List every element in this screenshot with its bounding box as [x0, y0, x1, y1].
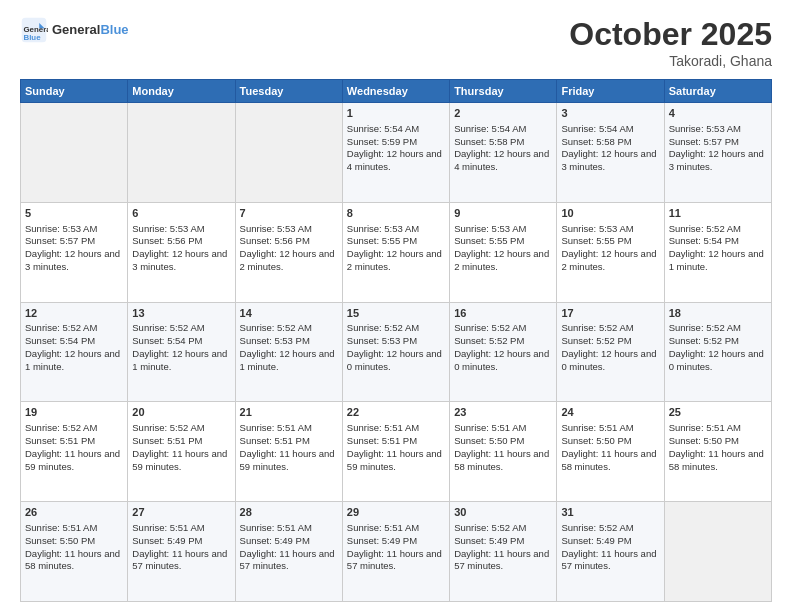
daylight-text: Daylight: 12 hours and 0 minutes. — [669, 348, 767, 374]
calendar-cell: 15Sunrise: 5:52 AMSunset: 5:53 PMDayligh… — [342, 302, 449, 402]
calendar-cell: 20Sunrise: 5:52 AMSunset: 5:51 PMDayligh… — [128, 402, 235, 502]
calendar-cell: 18Sunrise: 5:52 AMSunset: 5:52 PMDayligh… — [664, 302, 771, 402]
sunset-text: Sunset: 5:50 PM — [25, 535, 123, 548]
sunrise-text: Sunrise: 5:54 AM — [347, 123, 445, 136]
sunset-text: Sunset: 5:53 PM — [240, 335, 338, 348]
daylight-text: Daylight: 12 hours and 3 minutes. — [561, 148, 659, 174]
sunset-text: Sunset: 5:57 PM — [669, 136, 767, 149]
calendar-cell: 14Sunrise: 5:52 AMSunset: 5:53 PMDayligh… — [235, 302, 342, 402]
daylight-text: Daylight: 12 hours and 3 minutes. — [25, 248, 123, 274]
daylight-text: Daylight: 11 hours and 57 minutes. — [240, 548, 338, 574]
day-number: 30 — [454, 505, 552, 520]
calendar-week-row: 26Sunrise: 5:51 AMSunset: 5:50 PMDayligh… — [21, 502, 772, 602]
calendar-cell: 2Sunrise: 5:54 AMSunset: 5:58 PMDaylight… — [450, 103, 557, 203]
calendar-cell: 3Sunrise: 5:54 AMSunset: 5:58 PMDaylight… — [557, 103, 664, 203]
daylight-text: Daylight: 11 hours and 59 minutes. — [347, 448, 445, 474]
sunrise-text: Sunrise: 5:51 AM — [132, 522, 230, 535]
sunrise-text: Sunrise: 5:51 AM — [25, 522, 123, 535]
sunset-text: Sunset: 5:51 PM — [25, 435, 123, 448]
day-number: 10 — [561, 206, 659, 221]
weekday-header: Sunday — [21, 80, 128, 103]
month-title: October 2025 — [569, 16, 772, 53]
sunrise-text: Sunrise: 5:52 AM — [25, 322, 123, 335]
day-number: 27 — [132, 505, 230, 520]
sunrise-text: Sunrise: 5:51 AM — [240, 522, 338, 535]
sunset-text: Sunset: 5:50 PM — [669, 435, 767, 448]
calendar-cell — [128, 103, 235, 203]
day-number: 6 — [132, 206, 230, 221]
sunrise-text: Sunrise: 5:51 AM — [454, 422, 552, 435]
sunrise-text: Sunrise: 5:53 AM — [669, 123, 767, 136]
calendar-cell: 1Sunrise: 5:54 AMSunset: 5:59 PMDaylight… — [342, 103, 449, 203]
calendar-cell — [235, 103, 342, 203]
calendar-week-row: 1Sunrise: 5:54 AMSunset: 5:59 PMDaylight… — [21, 103, 772, 203]
day-number: 26 — [25, 505, 123, 520]
daylight-text: Daylight: 11 hours and 57 minutes. — [561, 548, 659, 574]
calendar-cell: 31Sunrise: 5:52 AMSunset: 5:49 PMDayligh… — [557, 502, 664, 602]
daylight-text: Daylight: 12 hours and 1 minute. — [132, 348, 230, 374]
sunrise-text: Sunrise: 5:51 AM — [669, 422, 767, 435]
calendar-cell: 8Sunrise: 5:53 AMSunset: 5:55 PMDaylight… — [342, 202, 449, 302]
day-number: 1 — [347, 106, 445, 121]
daylight-text: Daylight: 12 hours and 4 minutes. — [347, 148, 445, 174]
sunrise-text: Sunrise: 5:52 AM — [561, 522, 659, 535]
day-number: 7 — [240, 206, 338, 221]
calendar-cell: 28Sunrise: 5:51 AMSunset: 5:49 PMDayligh… — [235, 502, 342, 602]
day-number: 18 — [669, 306, 767, 321]
sunrise-text: Sunrise: 5:53 AM — [25, 223, 123, 236]
calendar-cell — [21, 103, 128, 203]
sunrise-text: Sunrise: 5:51 AM — [347, 422, 445, 435]
calendar-cell: 17Sunrise: 5:52 AMSunset: 5:52 PMDayligh… — [557, 302, 664, 402]
calendar-cell: 5Sunrise: 5:53 AMSunset: 5:57 PMDaylight… — [21, 202, 128, 302]
day-number: 28 — [240, 505, 338, 520]
daylight-text: Daylight: 11 hours and 58 minutes. — [25, 548, 123, 574]
sunrise-text: Sunrise: 5:52 AM — [240, 322, 338, 335]
daylight-text: Daylight: 12 hours and 0 minutes. — [347, 348, 445, 374]
sunset-text: Sunset: 5:58 PM — [561, 136, 659, 149]
weekday-header: Wednesday — [342, 80, 449, 103]
sunset-text: Sunset: 5:51 PM — [347, 435, 445, 448]
daylight-text: Daylight: 12 hours and 2 minutes. — [347, 248, 445, 274]
sunrise-text: Sunrise: 5:52 AM — [669, 223, 767, 236]
daylight-text: Daylight: 11 hours and 58 minutes. — [669, 448, 767, 474]
sunrise-text: Sunrise: 5:54 AM — [561, 123, 659, 136]
sunrise-text: Sunrise: 5:53 AM — [561, 223, 659, 236]
daylight-text: Daylight: 12 hours and 0 minutes. — [454, 348, 552, 374]
sunrise-text: Sunrise: 5:53 AM — [347, 223, 445, 236]
day-number: 29 — [347, 505, 445, 520]
calendar-cell: 7Sunrise: 5:53 AMSunset: 5:56 PMDaylight… — [235, 202, 342, 302]
calendar-cell: 27Sunrise: 5:51 AMSunset: 5:49 PMDayligh… — [128, 502, 235, 602]
logo-icon: General Blue — [20, 16, 48, 44]
day-number: 11 — [669, 206, 767, 221]
sunset-text: Sunset: 5:54 PM — [25, 335, 123, 348]
calendar-cell: 4Sunrise: 5:53 AMSunset: 5:57 PMDaylight… — [664, 103, 771, 203]
calendar-cell: 12Sunrise: 5:52 AMSunset: 5:54 PMDayligh… — [21, 302, 128, 402]
logo-blue: Blue — [100, 22, 128, 37]
daylight-text: Daylight: 11 hours and 58 minutes. — [454, 448, 552, 474]
calendar-cell: 6Sunrise: 5:53 AMSunset: 5:56 PMDaylight… — [128, 202, 235, 302]
calendar-header-row: SundayMondayTuesdayWednesdayThursdayFrid… — [21, 80, 772, 103]
day-number: 21 — [240, 405, 338, 420]
calendar-cell: 11Sunrise: 5:52 AMSunset: 5:54 PMDayligh… — [664, 202, 771, 302]
sunrise-text: Sunrise: 5:53 AM — [454, 223, 552, 236]
daylight-text: Daylight: 12 hours and 2 minutes. — [561, 248, 659, 274]
svg-text:Blue: Blue — [24, 33, 42, 42]
daylight-text: Daylight: 12 hours and 3 minutes. — [132, 248, 230, 274]
daylight-text: Daylight: 11 hours and 59 minutes. — [132, 448, 230, 474]
location: Takoradi, Ghana — [569, 53, 772, 69]
calendar-table: SundayMondayTuesdayWednesdayThursdayFrid… — [20, 79, 772, 602]
daylight-text: Daylight: 12 hours and 1 minute. — [669, 248, 767, 274]
calendar-week-row: 12Sunrise: 5:52 AMSunset: 5:54 PMDayligh… — [21, 302, 772, 402]
day-number: 9 — [454, 206, 552, 221]
sunrise-text: Sunrise: 5:52 AM — [25, 422, 123, 435]
sunset-text: Sunset: 5:56 PM — [132, 235, 230, 248]
day-number: 8 — [347, 206, 445, 221]
weekday-header: Tuesday — [235, 80, 342, 103]
calendar-week-row: 5Sunrise: 5:53 AMSunset: 5:57 PMDaylight… — [21, 202, 772, 302]
daylight-text: Daylight: 11 hours and 59 minutes. — [240, 448, 338, 474]
daylight-text: Daylight: 12 hours and 1 minute. — [240, 348, 338, 374]
weekday-header: Thursday — [450, 80, 557, 103]
sunset-text: Sunset: 5:50 PM — [454, 435, 552, 448]
weekday-header: Friday — [557, 80, 664, 103]
day-number: 24 — [561, 405, 659, 420]
